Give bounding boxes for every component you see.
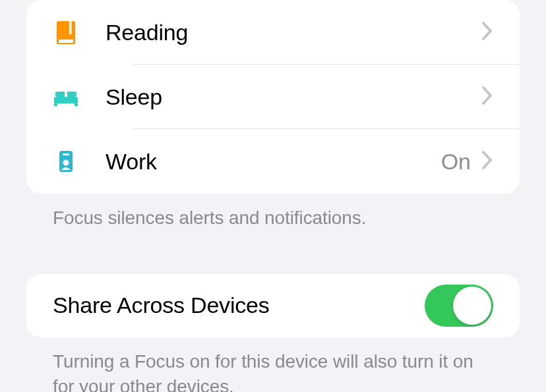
focus-footer-text: Focus silences alerts and notifications. bbox=[26, 194, 520, 231]
badge-icon bbox=[53, 148, 106, 175]
share-card: Share Across Devices bbox=[26, 274, 520, 337]
focus-label: Work bbox=[106, 149, 441, 175]
focus-label: Reading bbox=[106, 20, 481, 45]
focus-row-sleep[interactable]: Sleep bbox=[26, 65, 520, 129]
svg-rect-10 bbox=[63, 154, 69, 155]
chevron-right-icon bbox=[481, 86, 493, 108]
svg-rect-2 bbox=[59, 40, 73, 43]
chevron-right-icon bbox=[481, 21, 493, 43]
focus-status: On bbox=[441, 149, 471, 175]
svg-rect-0 bbox=[57, 21, 75, 41]
svg-rect-3 bbox=[69, 21, 72, 34]
svg-rect-5 bbox=[54, 97, 78, 103]
focus-label: Sleep bbox=[106, 84, 481, 110]
chevron-right-icon bbox=[481, 150, 493, 173]
share-across-devices-row[interactable]: Share Across Devices bbox=[26, 274, 520, 337]
switch-knob bbox=[453, 287, 491, 325]
svg-rect-8 bbox=[65, 92, 67, 97]
share-toggle[interactable] bbox=[425, 285, 493, 327]
focus-modes-card: Reading Sleep bbox=[26, 0, 520, 194]
focus-row-work[interactable]: Work On bbox=[26, 129, 520, 194]
share-label: Share Across Devices bbox=[53, 293, 270, 318]
focus-row-reading[interactable]: Reading bbox=[26, 0, 520, 65]
svg-rect-6 bbox=[54, 103, 57, 106]
share-footer-text: Turning a Focus on for this device will … bbox=[26, 337, 520, 392]
svg-rect-7 bbox=[75, 103, 78, 106]
bed-icon bbox=[53, 84, 106, 110]
svg-point-11 bbox=[63, 160, 69, 166]
book-icon bbox=[53, 19, 106, 45]
